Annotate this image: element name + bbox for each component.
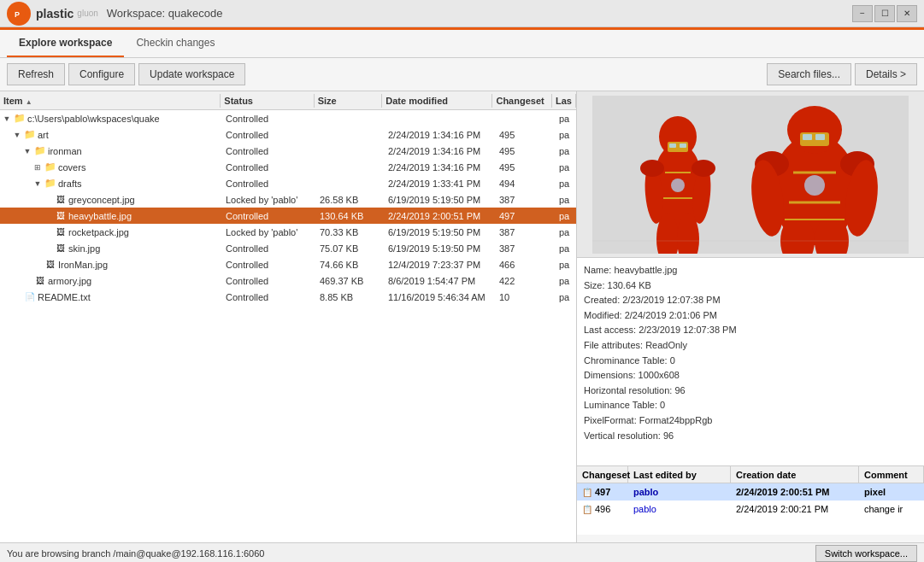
col-header-size[interactable]: Size [315, 94, 383, 108]
changeset-row[interactable]: 📋496pablo2/24/2019 2:00:21 PMchange ir [577, 501, 924, 518]
refresh-button[interactable]: Refresh [7, 63, 65, 85]
file-last: pa [556, 275, 576, 287]
filetree-body[interactable]: ▼📁c:\Users\pablo\wkspaces\quakeControlle… [0, 110, 576, 542]
file-name: covers [58, 162, 85, 173]
file-last: pa [556, 226, 576, 238]
statusbar: You are browsing branch /main@quake@192.… [0, 542, 924, 562]
switch-workspace-button[interactable]: Switch workspace... [815, 545, 917, 562]
tab-checkin-changes[interactable]: Checkin changes [124, 30, 227, 57]
preview-area [577, 91, 924, 258]
file-last: pa [556, 161, 576, 173]
update-workspace-button[interactable]: Update workspace [138, 63, 245, 85]
cs-comment: change ir [859, 503, 924, 515]
changeset-body[interactable]: 📋497pablo2/24/2019 2:00:51 PMpixel📋496pa… [577, 483, 924, 535]
detail-modified: Modified: 2/24/2019 2:01:06 PM [584, 308, 917, 324]
tab-bar: Explore workspace Checkin changes [0, 30, 924, 58]
details-area: Name: heavybattle.jpg Size: 130.64 KB Cr… [577, 258, 924, 465]
file-size [316, 134, 385, 136]
file-status: Controlled [222, 178, 316, 190]
changeset-row[interactable]: 📋497pablo2/24/2019 2:00:51 PMpixel [577, 483, 924, 501]
expand-icon[interactable]: ▼ [32, 179, 43, 189]
col-header-last[interactable]: Las [552, 94, 576, 108]
tree-row[interactable]: 🖼armory.jpgControlled469.37 KB8/6/2019 1… [0, 272, 576, 289]
file-date: 8/6/2019 1:54:47 PM [385, 275, 496, 287]
file-status: Controlled [222, 275, 316, 287]
file-status: Controlled [222, 129, 316, 141]
tree-row[interactable]: 🖼greyconcept.jpgLocked by 'pablo'26.58 K… [0, 191, 576, 208]
logo: P [7, 2, 31, 26]
file-changeset: 494 [496, 178, 556, 190]
configure-button[interactable]: Configure [68, 63, 135, 85]
file-changeset: 387 [496, 194, 556, 206]
col-header-status[interactable]: Status [221, 94, 314, 108]
svg-point-22 [804, 175, 825, 196]
col-header-date[interactable]: Date modified [382, 94, 492, 108]
close-button[interactable]: ✕ [897, 5, 917, 22]
file-size: 70.33 KB [316, 226, 385, 238]
svg-point-18 [787, 106, 842, 154]
col-header-item[interactable]: Item ▲ [0, 94, 221, 108]
tree-row[interactable]: 📄README.txtControlled8.85 KB11/16/2019 5… [0, 289, 576, 305]
image-file-icon: 🖼 [34, 275, 46, 287]
restore-button[interactable]: ☐ [874, 5, 895, 22]
tree-row[interactable]: ⊞📁coversControlled2/24/2019 1:34:16 PM49… [0, 159, 576, 175]
search-files-button[interactable]: Search files... [767, 63, 851, 85]
image-file-icon: 🖼 [55, 194, 67, 206]
file-status: Controlled [222, 259, 316, 271]
detail-last-access: Last access: 2/23/2019 12:07:38 PM [584, 323, 917, 338]
right-panel: Name: heavybattle.jpg Size: 130.64 KB Cr… [577, 91, 924, 542]
tab-explore-workspace[interactable]: Explore workspace [7, 30, 124, 57]
tree-row[interactable]: 🖼rocketpack.jpgLocked by 'pablo'70.33 KB… [0, 224, 576, 240]
minimize-button[interactable]: − [852, 5, 873, 22]
file-size: 26.58 KB [316, 194, 385, 206]
svg-rect-7 [680, 143, 686, 148]
details-button[interactable]: Details > [855, 63, 917, 85]
expand-icon[interactable]: ▼ [2, 114, 12, 124]
tree-row[interactable]: 🖼heavybattle.jpgControlled130.64 KB2/24/… [0, 208, 576, 224]
svg-rect-6 [669, 143, 676, 148]
file-size: 74.66 KB [316, 259, 385, 271]
main-content: Item ▲ Status Size Date modified Changes… [0, 91, 924, 542]
file-size: 130.64 KB [316, 210, 385, 222]
file-date: 2/24/2019 1:34:16 PM [385, 145, 496, 157]
workspace-title: Workspace: quakecode [107, 7, 223, 20]
file-status: Locked by 'pablo' [222, 226, 316, 238]
cs-creation-date: 2/24/2019 2:00:21 PM [731, 503, 859, 515]
file-size [316, 167, 385, 168]
file-changeset: 10 [496, 291, 556, 303]
cs-col-comment: Comment [859, 466, 924, 483]
cs-creation-date: 2/24/2019 2:00:51 PM [731, 486, 859, 498]
detail-dimensions: Dimensions: 1000x608 [584, 368, 917, 383]
file-name: drafts [58, 179, 82, 189]
expand-icon[interactable]: ⊞ [32, 162, 43, 173]
tree-row[interactable]: ▼📁draftsControlled2/24/2019 1:33:41 PM49… [0, 175, 576, 191]
file-changeset: 387 [496, 243, 556, 255]
window-controls: − ☐ ✕ [852, 5, 917, 22]
tree-row[interactable]: ▼📁ironmanControlled2/24/2019 1:34:16 PM4… [0, 143, 576, 159]
col-header-changeset[interactable]: Changeset [492, 94, 552, 108]
expand-icon[interactable]: ▼ [22, 146, 32, 156]
file-name: c:\Users\pablo\wkspaces\quake [27, 114, 160, 124]
file-changeset: 495 [496, 161, 556, 173]
file-name: skin.jpg [68, 243, 100, 254]
file-date: 6/19/2019 5:19:50 PM [385, 194, 496, 206]
tree-row[interactable]: ▼📁artControlled2/24/2019 1:34:16 PM495pa [0, 126, 576, 143]
document-icon: 📋 [582, 488, 592, 497]
expand-icon[interactable]: ▼ [12, 130, 22, 140]
svg-text:P: P [15, 10, 20, 19]
file-name: heavybattle.jpg [68, 211, 132, 221]
detail-file-attributes: File attributes: ReadOnly [584, 338, 917, 354]
titlebar: P plastic gluon Workspace: quakecode − ☐… [0, 0, 924, 27]
tree-row[interactable]: 🖼IronMan.jpgControlled74.66 KB12/4/2019 … [0, 256, 576, 272]
svg-point-14 [692, 160, 715, 177]
status-text: You are browsing branch /main@quake@192.… [7, 548, 264, 559]
tree-row[interactable]: 🖼skin.jpgControlled75.07 KB6/19/2019 5:1… [0, 240, 576, 256]
file-last: pa [556, 259, 576, 271]
file-size [316, 118, 385, 120]
folder-icon: 📁 [44, 178, 56, 190]
changeset-table: Changeset Last edited by Creation date C… [577, 465, 924, 542]
file-icon: 📄 [24, 291, 36, 303]
tree-row[interactable]: ▼📁c:\Users\pablo\wkspaces\quakeControlle… [0, 110, 576, 126]
svg-rect-20 [803, 134, 812, 140]
file-status: Controlled [222, 145, 316, 157]
